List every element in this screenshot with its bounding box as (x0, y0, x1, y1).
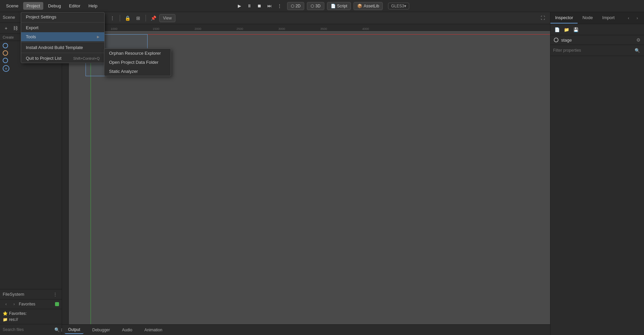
submenu-item-open-data-folder[interactable]: Open Project Data Folder (104, 58, 171, 67)
menubar: Scene Project Debug Editor Help ▶ ⏸ ⏹ ⏭ … (0, 0, 644, 12)
ruler-horizontal: 500 1000 1500 2000 2500 3000 3500 4000 (62, 24, 550, 31)
stage-row: stage ⚙ (550, 35, 644, 45)
submenu-item-orphan[interactable]: Orphan Resource Explorer (104, 49, 171, 58)
folder-icon: 📁 (3, 317, 8, 322)
filesystem-header: FileSystem ⋮ (0, 289, 62, 299)
inspector-folder-icon[interactable]: 📁 (562, 26, 571, 34)
tab-animation[interactable]: Animation (141, 326, 165, 334)
viewport-toolbar: ⬚ ✥ ✋ ↺ ⋮ 🔒 ⊞ 📌 View ⛶ (62, 12, 550, 24)
inspector-toolbar: 📄 📁 💾 (550, 24, 644, 35)
options-button[interactable]: ⋮ (275, 1, 284, 11)
menu-item-tools[interactable]: Tools ▶ (21, 32, 104, 41)
inspector-back-button[interactable]: ‹ (625, 14, 633, 22)
tab-audio[interactable]: Audio (119, 326, 136, 334)
fullscreen-button[interactable]: ⛶ (538, 13, 547, 23)
quit-shortcut: Shift+Control+Q (73, 56, 100, 60)
play-button[interactable]: ▶ (235, 1, 244, 11)
top-center-controls: ▶ ⏸ ⏹ ⏭ ⋮ ⬡ 2D ⬡ 3D 📄 Script 📦 AssetLib … (235, 1, 409, 11)
pause-button[interactable]: ⏸ (245, 1, 254, 11)
inspector-nav-buttons: ‹ › (625, 14, 644, 22)
tab-import[interactable]: Import (598, 12, 620, 23)
bottom-bar: Output Debugger Audio Animation (62, 324, 550, 335)
menu-separator-1 (21, 22, 104, 22)
submenu-arrow-icon: ▶ (97, 35, 100, 39)
ruler-mark-2500: 2500 (236, 27, 243, 31)
nav-forward-button[interactable]: › (11, 301, 17, 307)
mode-3d-button[interactable]: ⬡ 3D (307, 2, 324, 10)
filesystem-options-button[interactable]: ⋮ (51, 290, 59, 298)
stop-button[interactable]: ⏹ (255, 1, 264, 11)
toolbar-separator-1 (120, 15, 120, 21)
tools-submenu: Orphan Resource Explorer Open Project Da… (104, 48, 171, 76)
tab-inspector[interactable]: Inspector (550, 12, 578, 23)
script-icon: 📄 (331, 4, 336, 8)
view-button[interactable]: View (159, 14, 175, 22)
node-icon-3 (3, 58, 8, 63)
file-item-favorites[interactable]: ⭐ Favorites: (1, 310, 60, 317)
file-item-res[interactable]: 📁 res:// (1, 317, 60, 323)
renderer-badge[interactable]: GLES3▾ (388, 3, 409, 9)
favorites-indicator (55, 302, 59, 306)
snap-button[interactable]: ⊞ (133, 13, 143, 23)
filter-input[interactable] (553, 48, 632, 53)
right-panel: Inspector Node Import ‹ › 📄 📁 💾 stage ⚙ … (550, 12, 644, 335)
tab-debugger[interactable]: Debugger (89, 326, 113, 334)
submenu-item-static-analyzer[interactable]: Static Analyzer (104, 67, 171, 76)
inspector-tabs: Inspector Node Import ‹ › (550, 12, 644, 24)
scene-nodes: + (0, 41, 62, 289)
nav-back-button[interactable]: ‹ (3, 301, 9, 307)
inspector-file-icon[interactable]: 📄 (553, 26, 561, 34)
assetlib-button[interactable]: 📦 AssetLib (354, 2, 383, 10)
search-icon[interactable]: 🔍 (54, 326, 60, 334)
mode-3d-icon: ⬡ (311, 4, 314, 8)
scene-node-add[interactable]: + (1, 64, 60, 73)
menu-help[interactable]: Help (85, 2, 101, 10)
add-node-icon: + (3, 65, 9, 72)
ruler-vertical: 500 1000 1500 2000 (62, 31, 69, 324)
star-icon: ⭐ (3, 311, 8, 316)
step-button[interactable]: ⏭ (265, 1, 274, 11)
filesystem-panel: FileSystem ⋮ ‹ › Favorites ⭐ Favorites: … (0, 289, 62, 335)
ruler-marks: 500 1000 1500 2000 2500 3000 3500 4000 (69, 24, 550, 31)
add-scene-node-button[interactable]: + (2, 24, 10, 32)
script-button[interactable]: 📄 Script (327, 2, 351, 10)
scene-panel-title: Scene (3, 15, 15, 20)
menu-editor[interactable]: Editor (66, 2, 84, 10)
menu-item-project-settings[interactable]: Project Settings (21, 12, 104, 21)
ruler-mark-4000: 4000 (362, 27, 369, 31)
filter-row: 🔍 (550, 45, 644, 56)
lock-button[interactable]: 🔒 (123, 13, 132, 23)
stage-name: stage (561, 38, 572, 43)
ruler-mark-2000: 2000 (195, 27, 201, 31)
filter-search-icon[interactable]: 🔍 (633, 46, 641, 54)
toolbar-separator-2 (146, 15, 146, 21)
menu-item-install-android[interactable]: Install Android Build Template (21, 43, 104, 52)
node-icon-1 (3, 43, 8, 48)
search-input[interactable] (3, 327, 53, 332)
menu-separator-3 (21, 53, 104, 53)
filesystem-title: FileSystem (3, 292, 24, 297)
assetlib-icon: 📦 (357, 4, 362, 8)
play-controls: ▶ ⏸ ⏹ ⏭ ⋮ (235, 1, 284, 11)
instance-node-button[interactable]: ⛓ (11, 24, 19, 32)
filesystem-nav: ‹ › Favorites (0, 299, 62, 309)
ruler-mark-3000: 3000 (278, 27, 285, 31)
menu-item-export[interactable]: Export (21, 23, 104, 32)
inspector-save-icon[interactable]: 💾 (572, 26, 580, 34)
tab-node[interactable]: Node (578, 12, 597, 23)
search-bar: 🔍 ⊞ (0, 324, 62, 335)
stage-settings-icon[interactable]: ⚙ (636, 37, 641, 43)
tab-output[interactable]: Output (65, 326, 84, 334)
menu-debug[interactable]: Debug (45, 2, 64, 10)
mode-2d-button[interactable]: ⬡ 2D (287, 2, 304, 10)
file-tree: ⭐ Favorites: 📁 res:// (0, 309, 62, 324)
node-icon-2 (3, 50, 8, 56)
menu-project[interactable]: Project (23, 2, 43, 10)
more-tools-button[interactable]: ⋮ (108, 13, 117, 23)
stage-icon (554, 38, 558, 42)
menu-scene[interactable]: Scene (3, 2, 22, 10)
pin-button[interactable]: 📌 (149, 13, 158, 23)
menu-item-quit[interactable]: Quit to Project List Shift+Control+Q (21, 54, 104, 63)
inspector-forward-button[interactable]: › (633, 14, 641, 22)
ruler-mark-3500: 3500 (320, 27, 327, 31)
